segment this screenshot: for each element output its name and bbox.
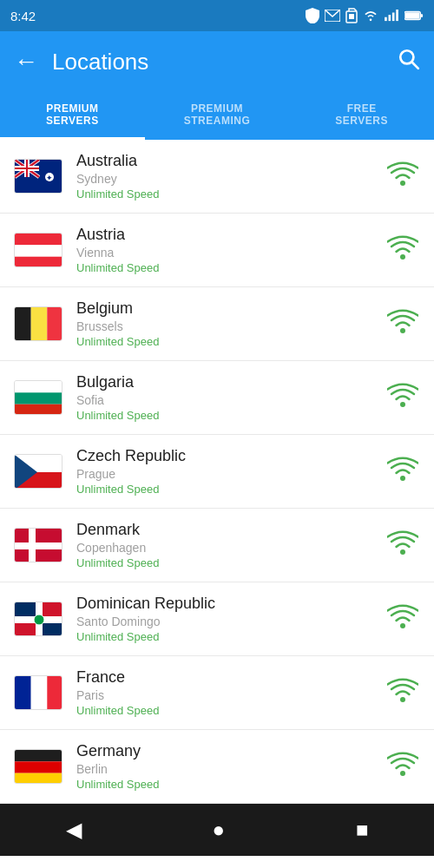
country-name: Germany [76,742,385,760]
svg-point-28 [400,254,405,260]
svg-rect-33 [15,381,62,392]
country-info: Australia Sydney Unlimited Speed [76,152,385,201]
flag-at [14,233,62,267]
svg-rect-3 [385,17,387,21]
country-info: Czech Republic Prague Unlimited Speed [76,447,385,496]
country-info: Bulgaria Sofia Unlimited Speed [76,373,385,422]
flag-cz [14,454,62,489]
svg-rect-54 [31,676,48,710]
wifi-signal-icon [385,457,420,486]
svg-rect-8 [405,12,420,18]
flag-dk [14,528,62,562]
svg-point-24 [400,181,405,186]
flag-do [14,602,62,636]
country-info: Dominican Republic Santo Domingo Unlimit… [76,595,385,643]
svg-line-11 [412,62,418,68]
svg-rect-27 [15,257,62,267]
speed-label: Unlimited Speed [76,187,385,201]
country-name: Denmark [76,521,385,539]
list-item[interactable]: ✦ Australia Sydney Unlimited Speed [0,140,434,214]
wifi-signal-icon [385,678,420,707]
flag-bg [14,380,62,415]
svg-point-60 [400,771,405,776]
nav-back-button[interactable]: ◀ [45,811,102,849]
list-item[interactable]: France Paris Unlimited Speed [0,656,434,730]
svg-point-36 [400,402,405,407]
list-item[interactable]: Denmark Copenhagen Unlimited Speed [0,509,434,582]
nav-bar: ◀ ● ■ [0,804,434,856]
sim-icon [345,8,358,23]
tab-premium-servers[interactable]: PREMIUMSERVERS [0,92,145,140]
city-name: Santo Domingo [76,615,385,628]
city-name: Sydney [76,172,385,186]
svg-rect-31 [47,307,62,341]
svg-rect-57 [15,750,62,761]
city-name: Vienna [76,246,385,260]
svg-point-51 [34,615,44,625]
battery-icon [404,10,424,21]
wifi-signal-icon [385,530,420,560]
country-name: Bulgaria [76,373,385,391]
nav-recent-button[interactable]: ■ [335,811,390,849]
page-title: Locations [52,49,398,76]
city-name: Prague [76,467,385,481]
tab-premium-streaming[interactable]: PREMIUMSTREAMING [145,92,290,140]
flag-fr [14,675,62,710]
svg-rect-29 [15,307,31,341]
svg-point-40 [400,476,405,481]
country-info: France Paris Unlimited Speed [76,668,385,717]
svg-rect-43 [15,542,62,549]
country-name: Austria [76,226,385,244]
svg-rect-4 [389,15,391,21]
country-name: Dominican Republic [76,595,385,613]
list-item[interactable]: Czech Republic Prague Unlimited Speed [0,435,434,509]
svg-point-56 [400,697,405,702]
city-name: Berlin [76,762,385,776]
country-name: Belgium [76,299,385,318]
svg-point-44 [400,549,405,555]
nav-home-button[interactable]: ● [192,811,247,849]
list-item[interactable]: Bulgaria Sofia Unlimited Speed [0,361,434,435]
speed-label: Unlimited Speed [76,409,385,422]
tab-free-servers[interactable]: FREESERVERS [289,92,434,140]
country-info: Austria Vienna Unlimited Speed [76,226,385,274]
list-item[interactable]: Dominican Republic Santo Domingo Unlimit… [0,582,434,656]
svg-point-52 [400,623,405,628]
svg-rect-6 [396,10,398,21]
wifi-signal-icon [385,161,420,191]
search-button[interactable] [398,48,420,76]
city-name: Sofia [76,393,385,407]
wifi-full-icon [363,10,378,22]
svg-rect-59 [15,773,62,784]
flag-de [14,749,62,784]
flag-be [14,306,62,341]
svg-rect-34 [15,392,62,404]
svg-rect-5 [392,13,395,22]
country-name: Australia [76,152,385,170]
locations-list: ✦ Australia Sydney Unlimited Speed Austr… [0,140,434,804]
speed-label: Unlimited Speed [76,261,385,274]
svg-rect-26 [15,245,62,256]
back-button[interactable]: ← [14,49,38,74]
list-item[interactable]: Belgium Brussels Unlimited Speed [0,287,434,361]
wifi-signal-icon [385,383,420,412]
country-name: France [76,668,385,687]
city-name: Paris [76,688,385,702]
cell-signal-icon [384,10,399,22]
svg-point-32 [400,328,405,333]
tabs-container: PREMIUMSERVERS PREMIUMSTREAMING FREESERV… [0,92,434,140]
wifi-signal-icon [385,604,420,634]
header: ← Locations [0,31,434,92]
svg-rect-25 [15,233,62,245]
mail-icon [325,10,340,22]
svg-rect-53 [15,676,31,710]
country-info: Germany Berlin Unlimited Speed [76,742,385,791]
svg-rect-9 [420,14,423,17]
flag-au: ✦ [14,159,62,194]
shield-icon [306,8,319,23]
wifi-signal-icon [385,309,420,339]
status-icons [306,8,424,23]
list-item[interactable]: Austria Vienna Unlimited Speed [0,214,434,287]
list-item[interactable]: Germany Berlin Unlimited Speed [0,730,434,804]
status-time: 8:42 [10,9,36,23]
